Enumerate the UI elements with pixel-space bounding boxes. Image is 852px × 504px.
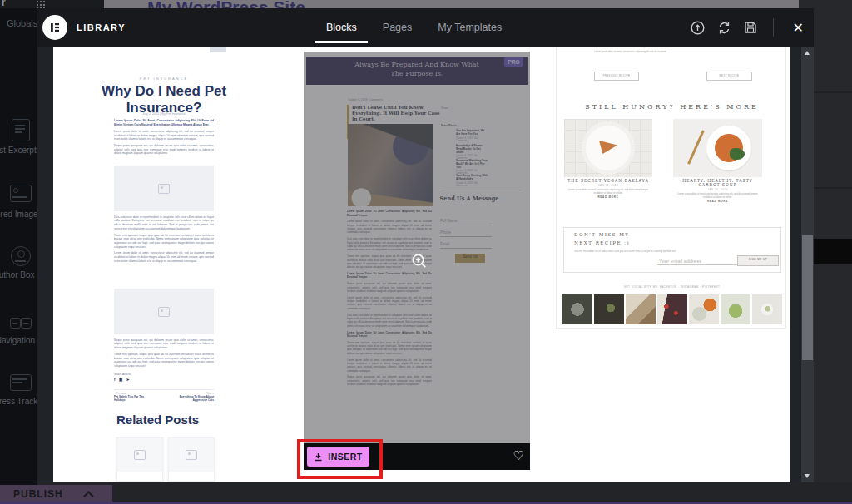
prev-next-icon — [10, 318, 21, 329]
browser-bar-icon — [10, 374, 32, 391]
header-divider — [773, 18, 774, 37]
save-icon[interactable] — [744, 21, 757, 34]
image-placeholder-icon — [158, 184, 170, 194]
sidebar-item-label: Featured Image — [0, 210, 37, 219]
next-label[interactable]: Next > — [168, 392, 214, 394]
sidebar-section-globals[interactable]: Globals — [7, 18, 37, 28]
heart-icon[interactable]: ♡ — [513, 449, 524, 462]
instagram-photo[interactable] — [657, 294, 687, 324]
template-thumbnail-pet-blog[interactable]: PET INSURANCE Why Do I Need Pet Insuranc… — [53, 47, 275, 482]
instagram-photo[interactable] — [721, 294, 750, 324]
page-title: My WordPress Site — [147, 0, 305, 8]
scroll-down-arrow[interactable] — [805, 474, 810, 478]
chevron-up-icon[interactable] — [83, 491, 94, 502]
toolbar-text-fragment: r — [2, 0, 6, 8]
post-note: RIGHT YOUR IDEA :) — [594, 47, 719, 48]
newsletter-box: DON'T MISS MY NEXT RECIPE :) Join my inc… — [563, 227, 781, 273]
page-canvas-top: My WordPress Site — [104, 0, 799, 8]
library-tabs: Blocks Pages My Templates — [326, 8, 502, 47]
editor-toolbar: r — [0, 0, 104, 8]
image-icon — [10, 185, 32, 202]
next-post-title[interactable]: Everything To Know About Aggressive Cats — [168, 395, 214, 401]
library-header-actions: ✕ — [691, 8, 807, 47]
instagram-photo[interactable] — [562, 294, 592, 324]
sync-icon[interactable] — [717, 21, 731, 35]
post-end-block: RIGHT YOUR IDEA :) Lorem ipsum dolor sit… — [594, 47, 719, 53]
canvas-gridline — [814, 187, 852, 189]
tab-my-templates[interactable]: My Templates — [438, 8, 502, 47]
library-modal: LIBRARY Blocks Pages My Templates ✕ PET … — [37, 8, 814, 482]
share-label: Share Article — [114, 373, 214, 376]
canvas-gridline — [814, 91, 852, 93]
body-text-block: Duis aute irure dolor in reprehenderit i… — [114, 215, 214, 286]
body-text-block: Neque porro quisquam est, qui dolorem ip… — [114, 338, 214, 371]
read-more-link[interactable]: READ MORE — [673, 200, 762, 202]
instagram-grid — [562, 294, 782, 324]
tab-pages[interactable]: Pages — [383, 8, 412, 47]
related-posts-heading: Related Posts — [116, 413, 199, 427]
share-block: Share Article f ▣ ➤ — [114, 373, 214, 382]
recipe-title[interactable]: THE SECRET VEGAN BAKLAVA — [564, 179, 652, 183]
sidebar-item-label: Author Box — [0, 270, 37, 279]
recipe-title[interactable]: HEARTY, HEALTHY, TASTY CARROT SOUP — [673, 179, 762, 187]
next-recipe-button[interactable]: NEXT RECIPE — [706, 72, 752, 81]
prev-next-posts: < Previous Pet Safety Tips For The Holid… — [114, 392, 214, 401]
newsletter-text: Join my incredible list of subscribers a… — [574, 250, 691, 253]
image-placeholder — [114, 166, 214, 211]
template-thumbnail-law-blog[interactable]: Always Be Prepared And Know What The Pur… — [304, 52, 530, 470]
twitter-icon[interactable]: ➤ — [126, 378, 130, 382]
instagram-photo[interactable] — [689, 294, 719, 324]
recipe-card-caption: THE SECRET VEGAN BAKLAVA JAN 14, 2020 Lo… — [564, 179, 652, 198]
previous-post-title[interactable]: Pet Safety Tips For The Holidays — [114, 395, 156, 401]
person-icon — [11, 246, 31, 266]
newsletter-email-input[interactable] — [657, 258, 738, 265]
recipe-photo-baklava — [564, 119, 652, 177]
facebook-icon[interactable]: f — [114, 378, 116, 382]
post-note-text: Lorem ipsum dolor sit amet, consectetur … — [594, 51, 719, 53]
post-category: PET INSURANCE — [114, 77, 214, 81]
read-more-link[interactable]: READ MORE — [564, 195, 652, 198]
sidebar-item-label: Post Navigation — [0, 336, 37, 345]
elementor-logo-icon — [42, 15, 67, 40]
library-title: LIBRARY — [77, 8, 126, 47]
body-text-block: Lorem Ipsum Dolor Sit Amet, Consectetur … — [114, 118, 214, 165]
template-preview[interactable]: Always Be Prepared And Know What The Pur… — [304, 52, 530, 443]
prev-next-icon-2 — [21, 318, 32, 329]
previous-recipe-button[interactable]: PREVIOUS RECIPE — [594, 72, 639, 81]
nav-placeholder — [210, 47, 226, 52]
modal-scrollbar[interactable] — [801, 47, 814, 482]
sidebar-item-label: Progress Tracker — [0, 397, 37, 406]
instagram-photo[interactable] — [752, 294, 782, 324]
close-icon[interactable]: ✕ — [790, 20, 807, 36]
related-post-card — [168, 437, 215, 482]
scrollbar-thumb[interactable] — [802, 235, 813, 360]
hover-overlay — [304, 52, 530, 443]
newsletter-title-line1: DON'T MISS MY — [574, 232, 699, 238]
divider — [114, 389, 214, 390]
newsletter-signup-button[interactable]: SIGN ME UP — [737, 255, 779, 266]
image-placeholder-icon — [158, 307, 170, 317]
related-posts-row — [116, 437, 215, 482]
zoom-in-icon[interactable] — [411, 253, 428, 269]
template-thumbnail-food-blog[interactable]: RIGHT YOUR IDEA :) Lorem ipsum dolor sit… — [556, 47, 786, 329]
more-recipes-heading: STILL HUNGRY? HERE'S MORE — [557, 103, 786, 111]
publish-label: PUBLISH — [13, 488, 63, 500]
arrow-up-circle-icon[interactable] — [691, 21, 705, 35]
previous-label[interactable]: < Previous — [114, 392, 156, 394]
library-modal-header: LIBRARY Blocks Pages My Templates ✕ — [37, 8, 814, 47]
scroll-up-arrow[interactable] — [805, 51, 810, 55]
related-post-card — [116, 437, 163, 482]
recipe-card-caption: HEARTY, HEALTHY, TASTY CARROT SOUP JAN 1… — [673, 179, 762, 202]
canvas-dark-block — [814, 239, 852, 264]
instagram-photo[interactable] — [594, 294, 624, 324]
sidebar-item-label: Post Excerpt — [0, 146, 37, 155]
instagram-icon[interactable]: ▣ — [119, 378, 122, 382]
apps-grid-icon[interactable] — [37, 1, 45, 8]
elementor-widget-panel: Globals Post Excerpt Featured Image Auth… — [0, 8, 37, 485]
social-caption: GET SOCIAL WITH ME: FACEBOOK · INSTAGRAM… — [557, 285, 786, 288]
instagram-photo[interactable] — [626, 294, 656, 324]
tab-blocks[interactable]: Blocks — [326, 8, 357, 47]
recipe-photo-soup — [673, 119, 762, 177]
library-content: PET INSURANCE Why Do I Need Pet Insuranc… — [53, 47, 790, 482]
document-lines-icon — [12, 119, 30, 141]
